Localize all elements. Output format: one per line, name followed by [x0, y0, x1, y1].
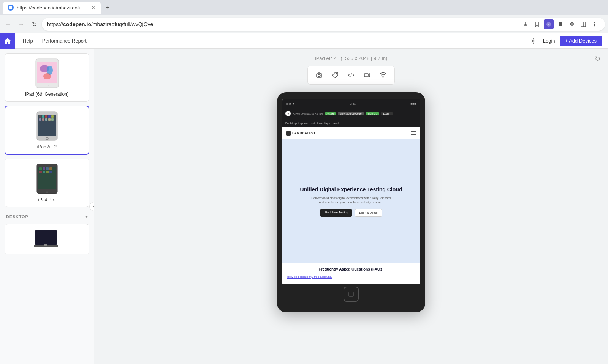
- active-tab[interactable]: https://codepen.io/mbaziraofu... ✕: [3, 2, 101, 14]
- device-thumbnail-desktop: [32, 229, 62, 249]
- browser-chrome: https://codepen.io/mbaziraofu... ✕ + ← →…: [0, 0, 608, 33]
- extensions-icon[interactable]: [567, 19, 577, 29]
- sidebar: iPad (6th Generation): [0, 49, 94, 364]
- svg-rect-51: [364, 74, 368, 77]
- ipad-device-mockup: loot ▼ 9:41 ■■■ ● A Pen by Mbasira Ronuk…: [277, 92, 425, 312]
- sidebar-collapse-button[interactable]: ‹: [89, 202, 94, 211]
- book-demo-button[interactable]: Book a Demo: [355, 209, 382, 217]
- svg-rect-41: [43, 171, 45, 173]
- address-text: https://codepen.io/mbaziraofug/full/wvQj…: [47, 21, 153, 27]
- faq-item-1[interactable]: How do I create my free account?: [287, 274, 415, 280]
- svg-text:S: S: [547, 23, 549, 26]
- site-logo: LAMBDATEST: [286, 131, 315, 136]
- svg-rect-19: [38, 115, 56, 136]
- device-thumbnail-ipad-6th: [32, 58, 62, 88]
- login-button[interactable]: Login: [543, 38, 555, 44]
- nav-links: Help Performance Report: [15, 38, 528, 44]
- bookmark-icon[interactable]: [532, 19, 542, 29]
- svg-rect-37: [43, 167, 45, 170]
- wifi-button[interactable]: [376, 68, 390, 82]
- desktop-section-header: DESKTOP ▾: [5, 211, 89, 222]
- ipad-home-button[interactable]: [344, 287, 359, 302]
- main-layout: iPad (6th Generation): [0, 49, 608, 364]
- device-name-ipad-air2: iPad Air 2: [37, 144, 57, 150]
- svg-rect-29: [45, 118, 48, 121]
- forward-button[interactable]: →: [16, 19, 27, 30]
- svg-point-6: [594, 22, 595, 23]
- back-button[interactable]: ←: [3, 19, 14, 30]
- svg-point-49: [336, 73, 337, 74]
- svg-rect-28: [42, 118, 44, 121]
- faq-title: Frequently Asked Questions (FAQs): [287, 267, 415, 271]
- help-link[interactable]: Help: [23, 38, 33, 44]
- hamburger-line-2: [411, 133, 416, 134]
- svg-rect-20: [44, 113, 51, 113]
- device-name-ipad-pro: iPad Pro: [38, 197, 55, 202]
- device-thumbnail-ipad-pro: [32, 164, 62, 194]
- desktop-section-label: DESKTOP: [6, 214, 28, 219]
- device-name-ipad-6th: iPad (6th Generation): [25, 91, 69, 97]
- device-card-ipad-6th[interactable]: iPad (6th Generation): [5, 53, 89, 102]
- device-toolbar: [307, 66, 395, 85]
- hamburger-line-3: [411, 134, 416, 135]
- start-testing-button[interactable]: Start Free Testing: [320, 209, 352, 217]
- tag-button[interactable]: [328, 68, 342, 82]
- codepen-bar: ● A Pen by Mbasira Ronuki Active View So…: [282, 108, 420, 119]
- codepen-signup-button[interactable]: Sign Up: [366, 112, 379, 115]
- extension-icon-dark[interactable]: [556, 19, 565, 29]
- svg-rect-24: [45, 115, 48, 118]
- address-bold: codepen.io: [63, 21, 91, 27]
- codepen-login-button[interactable]: Log in: [381, 112, 392, 115]
- svg-rect-43: [49, 171, 52, 173]
- settings-icon[interactable]: [528, 36, 538, 46]
- address-icons: S: [521, 19, 600, 29]
- site-logo-icon: [286, 131, 291, 136]
- download-icon[interactable]: [521, 19, 530, 29]
- camera-button[interactable]: [312, 68, 326, 82]
- tab-bar: https://codepen.io/mbaziraofu... ✕ +: [0, 0, 608, 15]
- svg-rect-22: [39, 115, 41, 118]
- new-tab-button[interactable]: +: [102, 2, 113, 13]
- svg-rect-46: [44, 244, 48, 246]
- codepen-source-button[interactable]: View Source Code: [338, 112, 364, 115]
- tab-close-button[interactable]: ✕: [90, 5, 96, 11]
- tab-title: https://codepen.io/mbaziraofu...: [17, 5, 86, 11]
- svg-rect-42: [46, 171, 49, 173]
- svg-point-9: [532, 40, 534, 42]
- video-button[interactable]: [360, 68, 374, 82]
- add-devices-button[interactable]: + Add Devices: [560, 36, 602, 46]
- split-screen-icon[interactable]: [578, 19, 588, 29]
- hero-subtitle: Deliver world class digital experiences …: [309, 196, 393, 204]
- header-actions: Login + Add Devices: [528, 36, 608, 46]
- code-button[interactable]: [344, 68, 358, 82]
- faq-section: Frequently Asked Questions (FAQs) How do…: [282, 263, 420, 284]
- hero-section: Unified Digital Experience Testing Cloud…: [282, 139, 420, 263]
- codepen-pen-label: A Pen by Mbasira Ronuki: [293, 112, 323, 115]
- svg-rect-27: [39, 118, 41, 121]
- svg-point-52: [383, 77, 383, 77]
- desktop-section-toggle[interactable]: ▾: [86, 214, 88, 219]
- performance-link[interactable]: Performance Report: [42, 38, 87, 44]
- device-title: iPad Air 2 (1536 x 2048 | 9.7 in): [315, 55, 387, 61]
- screen-status-bar: loot ▼ 9:41 ■■■: [282, 99, 420, 108]
- refresh-button[interactable]: ↻: [595, 55, 600, 63]
- svg-line-50: [351, 73, 352, 77]
- menu-icon[interactable]: [590, 19, 600, 29]
- hamburger-line-1: [411, 131, 416, 132]
- home-button[interactable]: [0, 33, 15, 49]
- device-card-ipad-air2[interactable]: iPad Air 2: [5, 106, 89, 155]
- svg-rect-39: [49, 167, 52, 170]
- address-bar[interactable]: https://codepen.io/mbaziraofug/full/wvQj…: [42, 18, 605, 31]
- device-card-ipad-pro[interactable]: iPad Pro: [5, 159, 89, 207]
- svg-point-48: [318, 74, 320, 77]
- status-signal: loot ▼: [286, 102, 295, 106]
- svg-rect-53: [349, 292, 353, 296]
- svg-point-7: [594, 24, 595, 25]
- extension-icon-blue[interactable]: S: [544, 19, 554, 29]
- content-area: ↻ iPad Air 2 (1536 x 2048 | 9.7 in): [94, 49, 608, 364]
- ipad-screen: loot ▼ 9:41 ■■■ ● A Pen by Mbasira Ronuk…: [282, 99, 420, 284]
- hamburger-menu[interactable]: [411, 131, 416, 135]
- reload-button[interactable]: ↻: [29, 19, 40, 30]
- device-card-desktop[interactable]: [5, 224, 89, 254]
- tab-favicon: [8, 5, 14, 11]
